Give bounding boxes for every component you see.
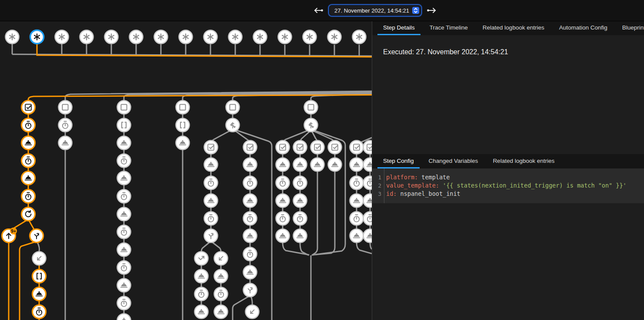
graph-node-service[interactable]: [244, 194, 257, 208]
tab-step-details[interactable]: Step Details: [377, 21, 420, 35]
graph-node-service[interactable]: [204, 158, 218, 172]
graph-node-delay[interactable]: [350, 176, 364, 190]
graph-node-service[interactable]: [195, 270, 208, 283]
graph-node-condition[interactable]: [276, 141, 290, 154]
graph-node-trigger[interactable]: [229, 30, 242, 44]
graph-node-service[interactable]: [117, 279, 131, 292]
graph-node-split[interactable]: [30, 229, 43, 243]
graph-node-arrow-bottom-left[interactable]: [246, 305, 259, 319]
graph-node-trigger[interactable]: [6, 30, 19, 44]
graph-node-trigger[interactable]: [353, 30, 366, 44]
graph-node-blank-box[interactable]: [226, 101, 240, 114]
graph-node-delay[interactable]: [350, 212, 364, 225]
trace-graph[interactable]: 9+: [0, 21, 372, 320]
graph-node-delay[interactable]: [244, 212, 257, 225]
graph-node-delay[interactable]: [364, 176, 372, 190]
graph-node-service[interactable]: [244, 266, 257, 279]
graph-node-delay[interactable]: [214, 287, 228, 301]
graph-node-condition[interactable]: [311, 141, 324, 154]
graph-node-arrow-bottom-left[interactable]: [214, 252, 228, 265]
graph-node-service[interactable]: [117, 172, 131, 185]
graph-node-service[interactable]: [294, 229, 307, 243]
tab-changed-variables[interactable]: Changed Variables: [423, 154, 484, 168]
graph-node-service[interactable]: [22, 172, 35, 185]
step-config-code[interactable]: 1platform: template2value_template: '{{ …: [372, 168, 644, 203]
graph-node-service[interactable]: [117, 208, 131, 221]
graph-node-repeat[interactable]: [22, 208, 35, 221]
graph-node-service[interactable]: [364, 194, 372, 208]
graph-node-service[interactable]: [117, 243, 131, 257]
graph-node-blank-box[interactable]: [304, 101, 318, 114]
graph-node-choose[interactable]: [226, 119, 240, 132]
graph-node-service[interactable]: [350, 229, 364, 243]
graph-node-delay[interactable]: [33, 305, 46, 319]
graph-node-choose[interactable]: [304, 119, 318, 132]
graph-node-delay[interactable]: [204, 176, 218, 190]
graph-node-condition[interactable]: [244, 141, 257, 154]
graph-node-trigger[interactable]: [328, 30, 341, 44]
graph-node-condition[interactable]: [22, 101, 35, 114]
graph-node-delay[interactable]: [276, 176, 290, 190]
graph-node-service[interactable]: [276, 158, 290, 172]
graph-node-service[interactable]: [244, 229, 257, 243]
tab-step-config[interactable]: Step Config: [377, 154, 420, 168]
graph-node-service[interactable]: [117, 136, 131, 150]
tab-automation-config[interactable]: Automation Config: [554, 21, 613, 35]
graph-node-arrow-check[interactable]: [195, 252, 208, 265]
graph-node-service[interactable]: [244, 158, 257, 172]
graph-node-service[interactable]: [276, 194, 290, 208]
graph-node-trigger[interactable]: [254, 30, 267, 44]
graph-node-delay[interactable]: [117, 297, 131, 310]
graph-node-blank-box[interactable]: [117, 101, 131, 114]
graph-node-delay[interactable]: [244, 247, 257, 261]
next-run-button[interactable]: [426, 5, 438, 16]
tab-blueprint-config[interactable]: Blueprint Config: [617, 21, 644, 35]
graph-node-trigger[interactable]: [30, 30, 44, 44]
tab-related-logbook-entries[interactable]: Related logbook entries: [477, 21, 550, 35]
graph-node-split[interactable]: [244, 284, 257, 297]
graph-node-delay[interactable]: [244, 176, 257, 190]
graph-node-service[interactable]: [364, 229, 372, 243]
graph-node-delay[interactable]: [117, 190, 131, 203]
graph-node-delay[interactable]: [22, 190, 35, 203]
graph-node-condition[interactable]: [350, 141, 364, 154]
graph-node-delay[interactable]: [195, 287, 208, 301]
graph-node-delay[interactable]: [204, 212, 218, 225]
graph-node-service[interactable]: [276, 229, 290, 243]
graph-node-service[interactable]: [22, 136, 35, 150]
graph-node-delay[interactable]: [117, 154, 131, 168]
graph-node-service[interactable]: [328, 158, 342, 172]
graph-node-delay[interactable]: [364, 212, 372, 225]
graph-node-blank-box[interactable]: [59, 101, 72, 114]
graph-node-service[interactable]: [59, 136, 72, 150]
graph-node-service[interactable]: [33, 287, 46, 301]
graph-node-service[interactable]: [204, 194, 218, 208]
graph-node-service[interactable]: [350, 194, 364, 208]
graph-node-trigger[interactable]: [55, 30, 69, 44]
graph-node-service[interactable]: [311, 158, 324, 172]
graph-node-trigger[interactable]: [303, 30, 317, 44]
graph-node-trigger[interactable]: [130, 30, 143, 44]
graph-node-brackets[interactable]: [117, 119, 131, 132]
run-date-select[interactable]: 27. November 2022, 14:54:21: [329, 5, 421, 16]
graph-node-condition[interactable]: [364, 141, 372, 154]
graph-node-delay[interactable]: [294, 212, 307, 225]
graph-node-trigger[interactable]: [179, 30, 193, 44]
graph-node-delay[interactable]: [276, 212, 290, 225]
tab-trace-timeline[interactable]: Trace Timeline: [424, 21, 474, 35]
graph-node-arrow-bottom-left[interactable]: [33, 252, 46, 265]
graph-node-service[interactable]: [364, 158, 372, 172]
graph-node-service[interactable]: [195, 305, 208, 319]
graph-node-service[interactable]: [117, 314, 131, 320]
graph-node-service[interactable]: [176, 136, 190, 150]
graph-node-delay[interactable]: [117, 261, 131, 274]
graph-node-condition[interactable]: [204, 141, 218, 154]
graph-node-split[interactable]: [204, 229, 218, 243]
graph-node-delay[interactable]: [22, 119, 35, 132]
graph-node-brackets[interactable]: [33, 270, 46, 283]
previous-run-button[interactable]: [312, 5, 324, 16]
graph-node-condition[interactable]: [328, 141, 342, 154]
graph-node-delay[interactable]: [117, 225, 131, 239]
tab-related-logbook-entries[interactable]: Related logbook entries: [487, 154, 560, 168]
graph-node-service[interactable]: [214, 270, 228, 283]
